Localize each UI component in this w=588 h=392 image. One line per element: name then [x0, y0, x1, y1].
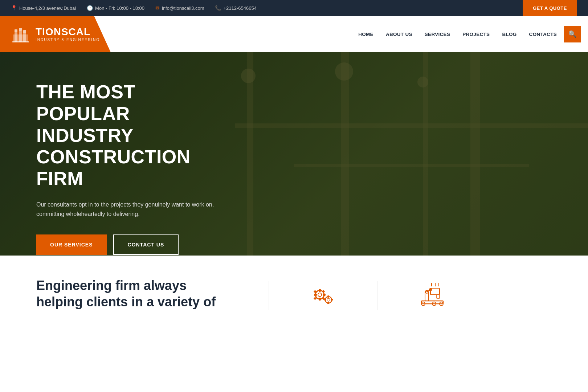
email-text: info@tionscall3.com	[162, 5, 204, 11]
get-quote-button[interactable]: GET A QUOTE	[523, 0, 577, 16]
below-hero-title: Engineering firm always helping clients …	[36, 277, 247, 310]
email-info: ✉ info@tionscall3.com	[155, 5, 204, 11]
hours-info: 🕐 Mon - Fri: 10:00 - 18:00	[87, 5, 144, 11]
phone-text: +2112-6546654	[223, 5, 256, 11]
svg-rect-11	[319, 298, 321, 301]
phone-info: 📞 +2112-6546654	[215, 5, 256, 11]
top-bar: 📍 House-4,2/3 avenew,Dubai 🕐 Mon - Fri: …	[0, 0, 588, 16]
logo-name: TIONSCAL	[36, 27, 100, 37]
logo-area[interactable]: TIONSCAL INDUSTRY & ENGINEERING	[0, 16, 111, 52]
header: TIONSCAL INDUSTRY & ENGINEERING HOME ABO…	[0, 16, 588, 52]
hero-title-line2: CONSTRUCTION FIRM	[36, 146, 191, 189]
below-title-line1: Engineering firm always	[36, 278, 187, 293]
below-hero-section: Engineering firm always helping clients …	[0, 256, 588, 324]
svg-rect-20	[327, 295, 329, 298]
clock-icon: 🕐	[87, 5, 93, 11]
svg-rect-1	[15, 32, 17, 42]
machine-icon	[418, 281, 447, 310]
hero-title-line1: THE MOST POPULAR INDUSTRY	[36, 81, 135, 146]
logo-tagline: INDUSTRY & ENGINEERING	[36, 38, 100, 42]
below-icons-area	[269, 277, 472, 310]
gears-icon	[309, 281, 338, 310]
nav-contacts[interactable]: CONTACTS	[524, 29, 562, 40]
svg-rect-2	[19, 31, 22, 42]
nav-services[interactable]: SERVICES	[420, 29, 455, 40]
below-hero-text: Engineering firm always helping clients …	[36, 277, 247, 310]
hours-text: Mon - Fri: 10:00 - 18:00	[95, 5, 144, 11]
svg-rect-10	[319, 289, 321, 292]
hero-content: THE MOST POPULAR INDUSTRY CONSTRUCTION F…	[0, 52, 254, 256]
search-icon: 🔍	[568, 30, 576, 38]
address-info: 📍 House-4,2/3 avenew,Dubai	[11, 5, 76, 11]
svg-rect-30	[437, 295, 440, 298]
svg-rect-12	[314, 294, 317, 296]
below-title-line2: helping clients in a variety of	[36, 294, 216, 309]
hero-buttons: OUR SERVICES CONTACT US	[36, 234, 218, 255]
hero-section: THE MOST POPULAR INDUSTRY CONSTRUCTION F…	[0, 52, 588, 256]
svg-rect-21	[327, 302, 329, 304]
nav-projects[interactable]: PROJECTS	[457, 29, 495, 40]
machine-icon-box	[377, 281, 472, 310]
address-text: House-4,2/3 avenew,Dubai	[19, 5, 76, 11]
svg-rect-13	[323, 294, 326, 296]
hero-title: THE MOST POPULAR INDUSTRY CONSTRUCTION F…	[36, 81, 218, 190]
location-icon: 📍	[11, 5, 17, 11]
phone-icon: 📞	[215, 5, 221, 11]
svg-rect-4	[15, 29, 17, 32]
nav-about[interactable]: ABOUT US	[381, 29, 417, 40]
main-nav: HOME ABOUT US SERVICES PROJECTS BLOG CON…	[111, 16, 588, 52]
email-icon: ✉	[155, 5, 160, 11]
svg-rect-22	[324, 299, 326, 301]
logo-text: TIONSCAL INDUSTRY & ENGINEERING	[36, 27, 100, 42]
our-services-button[interactable]: OUR SERVICES	[36, 234, 107, 255]
svg-rect-5	[19, 28, 22, 31]
svg-rect-17	[322, 290, 324, 293]
nav-blog[interactable]: BLOG	[497, 29, 522, 40]
contact-us-button[interactable]: CONTACT US	[113, 234, 179, 255]
search-button[interactable]: 🔍	[564, 26, 581, 42]
svg-rect-23	[331, 299, 333, 301]
svg-rect-6	[23, 30, 26, 33]
gear-icon-box	[269, 281, 363, 310]
logo-icon	[11, 24, 30, 44]
svg-rect-7	[12, 41, 29, 42]
nav-home[interactable]: HOME	[353, 29, 379, 40]
svg-rect-3	[23, 33, 26, 42]
hero-subtitle: Our consultants opt in to the projects t…	[36, 200, 218, 219]
svg-point-19	[327, 298, 330, 301]
svg-point-9	[318, 293, 322, 297]
